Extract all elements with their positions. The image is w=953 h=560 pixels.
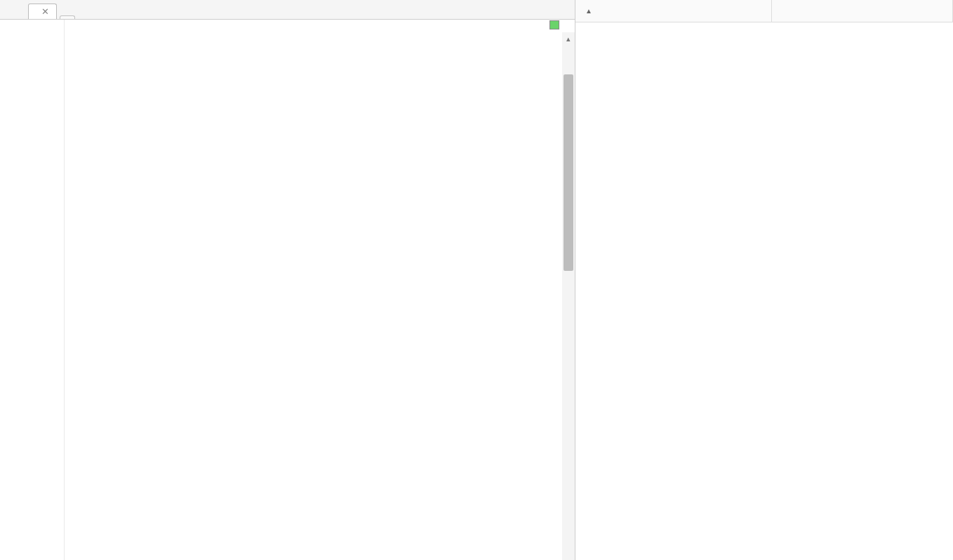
header-name-column[interactable]: ▲ (575, 0, 772, 22)
scroll-up-icon[interactable]: ▴ (562, 32, 575, 45)
workspace-header: ▲ (575, 0, 953, 22)
vertical-scrollbar[interactable]: ▴ (562, 32, 575, 560)
tab-bar: ✕ (0, 0, 575, 20)
scroll-thumb[interactable] (564, 74, 573, 271)
add-tab-button[interactable] (60, 15, 75, 19)
close-icon[interactable]: ✕ (41, 6, 49, 17)
line-gutter (0, 20, 65, 560)
editor-body: ▴ (0, 20, 575, 560)
file-tab[interactable]: ✕ (28, 4, 57, 19)
workspace-pane: ▲ (575, 0, 953, 560)
header-value-column[interactable] (772, 0, 953, 22)
editor-pane: ✕ ▴ (0, 0, 575, 560)
sort-asc-icon: ▲ (585, 7, 592, 15)
workspace-body (575, 22, 953, 560)
code-area[interactable] (65, 20, 575, 560)
